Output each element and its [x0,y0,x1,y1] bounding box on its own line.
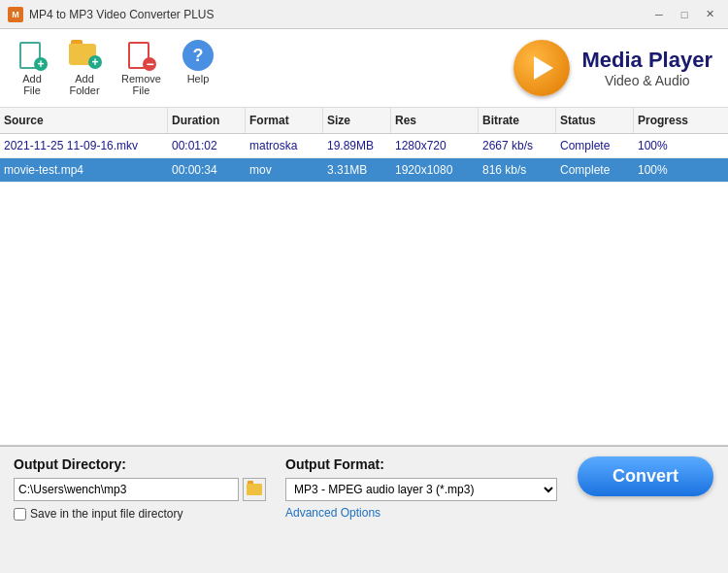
media-player-text: Media Player Video & Audio [581,48,712,88]
help-label: Help [187,73,210,84]
advanced-options-link[interactable]: Advanced Options [285,506,381,520]
cell-status: Complete [556,158,634,182]
add-folder-icon: + [69,40,100,71]
bottom-panel: Output Directory: Save in the input file… [0,446,728,528]
cell-format: mov [246,158,323,182]
save-in-input-row: Save in the input file directory [14,507,266,521]
cell-source: 2021-11-25 11-09-16.mkv [0,134,168,157]
empty-list-area [0,183,728,445]
play-icon [534,56,553,80]
minimize-button[interactable]: ─ [648,5,670,24]
header-res: Res [391,108,479,133]
output-format-section: Output Format: MP3 - MPEG audio layer 3 … [285,456,557,520]
cell-status: Complete [556,134,634,157]
browse-folder-button[interactable] [243,478,266,501]
cell-size: 19.89MB [323,134,391,157]
media-player-subtitle: Video & Audio [581,73,712,88]
media-player: Media Player Video & Audio [513,40,712,96]
header-format: Format [246,108,323,133]
header-bitrate: Bitrate [479,108,556,133]
play-button[interactable] [513,40,570,96]
convert-section: Convert [577,456,714,496]
add-folder-button[interactable]: + AddFolder [60,35,109,101]
header-progress: Progress [634,108,692,133]
table-header: Source Duration Format Size Res Bitrate … [0,108,728,134]
media-player-title: Media Player [581,48,712,73]
cell-progress: 100% [634,158,692,182]
window-controls: ─ □ ✕ [648,5,720,24]
title-bar: M MP4 to MP3 Video Converter PLUS ─ □ ✕ [0,0,728,29]
cell-bitrate: 2667 kb/s [479,134,556,157]
header-source: Source [0,108,168,133]
format-select[interactable]: MP3 - MPEG audio layer 3 (*.mp3) AAC - A… [285,478,557,501]
add-folder-label: AddFolder [69,73,99,96]
folder-mini-icon [247,484,262,495]
cell-duration: 00:00:34 [168,158,246,182]
add-file-button[interactable]: + AddFile [8,35,56,101]
maximize-button[interactable]: □ [674,5,695,24]
header-duration: Duration [168,108,246,133]
cell-source: movie-test.mp4 [0,158,168,182]
file-list: Source Duration Format Size Res Bitrate … [0,108,728,446]
toolbar-buttons: + AddFile + AddFolder [8,35,222,101]
save-in-input-label[interactable]: Save in the input file directory [30,507,182,521]
cell-progress: 100% [634,134,692,157]
output-format-label: Output Format: [285,456,557,472]
add-file-icon: + [17,40,48,71]
cell-bitrate: 816 kb/s [479,158,556,182]
cell-format: matroska [246,134,323,157]
add-file-label: AddFile [22,73,42,96]
table-row[interactable]: 2021-11-25 11-09-16.mkv 00:01:02 matrosk… [0,134,728,158]
toolbar: + AddFile + AddFolder [0,29,728,108]
remove-file-icon: − [125,40,156,71]
header-size: Size [323,108,391,133]
save-in-input-checkbox[interactable] [14,508,26,521]
table-row[interactable]: movie-test.mp4 00:00:34 mov 3.31MB 1920x… [0,158,728,183]
header-status: Status [556,108,634,133]
output-directory-section: Output Directory: Save in the input file… [14,456,266,521]
close-button[interactable]: ✕ [699,5,720,24]
output-dir-input[interactable] [14,478,239,501]
cell-res: 1920x1080 [391,158,479,182]
remove-file-label: RemoveFile [121,73,161,96]
cell-duration: 00:01:02 [168,134,246,157]
dir-row [14,478,266,501]
cell-size: 3.31MB [323,158,391,182]
app-icon: M [8,7,23,22]
cell-res: 1280x720 [391,134,479,157]
help-button[interactable]: ? Help [174,35,222,101]
app-title: MP4 to MP3 Video Converter PLUS [29,8,648,21]
remove-file-button[interactable]: − RemoveFile [113,35,170,101]
convert-button[interactable]: Convert [578,456,713,496]
help-icon: ? [182,40,214,71]
output-dir-label: Output Directory: [14,456,266,472]
